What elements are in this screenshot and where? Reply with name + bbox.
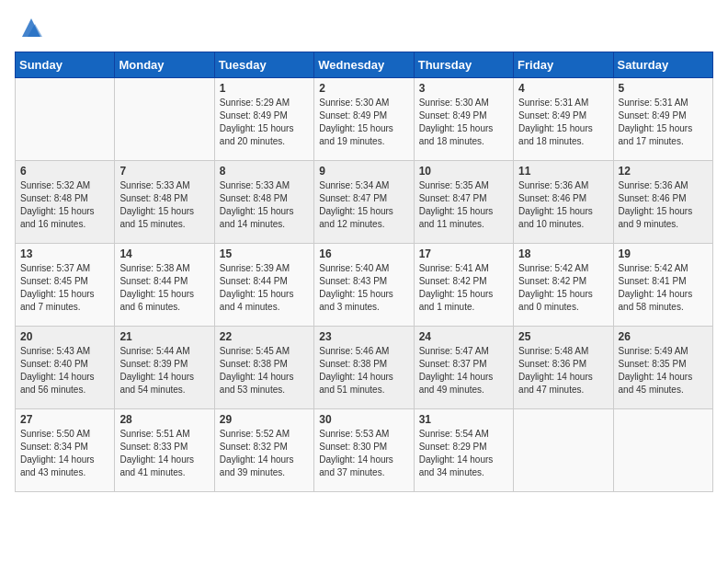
calendar-cell: 21Sunrise: 5:44 AM Sunset: 8:39 PM Dayli… — [115, 327, 214, 409]
calendar-cell — [514, 409, 613, 492]
cell-content: Sunrise: 5:36 AM Sunset: 8:46 PM Dayligh… — [518, 179, 608, 231]
cell-content: Sunrise: 5:42 AM Sunset: 8:42 PM Dayligh… — [518, 262, 608, 314]
calendar-week-row: 27Sunrise: 5:50 AM Sunset: 8:34 PM Dayli… — [16, 409, 713, 492]
logo — [15, 15, 44, 40]
cell-content: Sunrise: 5:33 AM Sunset: 8:48 PM Dayligh… — [220, 179, 309, 231]
cell-content: Sunrise: 5:36 AM Sunset: 8:46 PM Dayligh… — [619, 179, 708, 231]
calendar-cell: 31Sunrise: 5:54 AM Sunset: 8:29 PM Dayli… — [414, 409, 513, 492]
day-number: 16 — [319, 247, 408, 260]
calendar-cell: 11Sunrise: 5:36 AM Sunset: 8:46 PM Dayli… — [514, 161, 613, 244]
cell-content: Sunrise: 5:40 AM Sunset: 8:43 PM Dayligh… — [319, 262, 408, 314]
calendar-cell: 30Sunrise: 5:53 AM Sunset: 8:30 PM Dayli… — [314, 409, 414, 492]
cell-content: Sunrise: 5:38 AM Sunset: 8:44 PM Dayligh… — [119, 262, 209, 314]
calendar-cell: 20Sunrise: 5:43 AM Sunset: 8:40 PM Dayli… — [16, 327, 115, 409]
calendar-cell: 27Sunrise: 5:50 AM Sunset: 8:34 PM Dayli… — [16, 409, 115, 492]
cell-content: Sunrise: 5:46 AM Sunset: 8:38 PM Dayligh… — [319, 345, 408, 396]
day-number: 3 — [419, 82, 508, 95]
calendar-cell: 24Sunrise: 5:47 AM Sunset: 8:37 PM Dayli… — [414, 327, 513, 409]
cell-content: Sunrise: 5:32 AM Sunset: 8:48 PM Dayligh… — [20, 179, 109, 231]
calendar-cell: 23Sunrise: 5:46 AM Sunset: 8:38 PM Dayli… — [314, 327, 414, 409]
day-number: 8 — [220, 165, 309, 178]
cell-content: Sunrise: 5:44 AM Sunset: 8:39 PM Dayligh… — [119, 345, 209, 396]
calendar-cell — [613, 409, 712, 492]
day-number: 2 — [319, 82, 408, 95]
header-tuesday: Tuesday — [214, 52, 313, 78]
cell-content: Sunrise: 5:42 AM Sunset: 8:41 PM Dayligh… — [619, 262, 708, 314]
cell-content: Sunrise: 5:29 AM Sunset: 8:49 PM Dayligh… — [220, 97, 309, 148]
calendar-cell: 22Sunrise: 5:45 AM Sunset: 8:38 PM Dayli… — [214, 327, 313, 409]
cell-content: Sunrise: 5:53 AM Sunset: 8:30 PM Dayligh… — [319, 428, 408, 479]
day-number: 18 — [518, 247, 608, 260]
cell-content: Sunrise: 5:49 AM Sunset: 8:35 PM Dayligh… — [619, 345, 708, 396]
cell-content: Sunrise: 5:30 AM Sunset: 8:49 PM Dayligh… — [319, 97, 408, 148]
cell-content: Sunrise: 5:52 AM Sunset: 8:32 PM Dayligh… — [220, 428, 309, 479]
calendar-week-row: 13Sunrise: 5:37 AM Sunset: 8:45 PM Dayli… — [16, 244, 713, 327]
cell-content: Sunrise: 5:45 AM Sunset: 8:38 PM Dayligh… — [220, 345, 309, 396]
calendar-cell: 29Sunrise: 5:52 AM Sunset: 8:32 PM Dayli… — [214, 409, 313, 492]
cell-content: Sunrise: 5:41 AM Sunset: 8:42 PM Dayligh… — [419, 262, 508, 314]
calendar-cell: 1Sunrise: 5:29 AM Sunset: 8:49 PM Daylig… — [214, 78, 313, 161]
calendar-week-row: 6Sunrise: 5:32 AM Sunset: 8:48 PM Daylig… — [16, 161, 713, 244]
cell-content: Sunrise: 5:33 AM Sunset: 8:48 PM Dayligh… — [119, 179, 209, 231]
day-number: 1 — [220, 82, 309, 95]
day-number: 30 — [319, 413, 408, 426]
day-number: 13 — [20, 247, 109, 260]
calendar-cell: 8Sunrise: 5:33 AM Sunset: 8:48 PM Daylig… — [214, 161, 313, 244]
cell-content: Sunrise: 5:34 AM Sunset: 8:47 PM Dayligh… — [319, 179, 408, 231]
header-friday: Friday — [514, 52, 613, 78]
calendar-table: SundayMondayTuesdayWednesdayThursdayFrid… — [15, 52, 713, 492]
day-number: 28 — [119, 413, 209, 426]
day-number: 20 — [20, 330, 109, 343]
day-number: 23 — [319, 330, 408, 343]
calendar-cell: 15Sunrise: 5:39 AM Sunset: 8:44 PM Dayli… — [214, 244, 313, 327]
day-number: 24 — [419, 330, 508, 343]
calendar-cell: 9Sunrise: 5:34 AM Sunset: 8:47 PM Daylig… — [314, 161, 414, 244]
calendar-cell: 4Sunrise: 5:31 AM Sunset: 8:49 PM Daylig… — [514, 78, 613, 161]
cell-content: Sunrise: 5:54 AM Sunset: 8:29 PM Dayligh… — [419, 428, 508, 479]
day-number: 7 — [119, 165, 209, 178]
calendar-cell — [16, 78, 115, 161]
day-number: 29 — [220, 413, 309, 426]
cell-content: Sunrise: 5:31 AM Sunset: 8:49 PM Dayligh… — [619, 97, 708, 148]
day-number: 10 — [419, 165, 508, 178]
calendar-cell — [115, 78, 214, 161]
cell-content: Sunrise: 5:43 AM Sunset: 8:40 PM Dayligh… — [20, 345, 109, 396]
cell-content: Sunrise: 5:48 AM Sunset: 8:36 PM Dayligh… — [518, 345, 608, 396]
day-number: 17 — [419, 247, 508, 260]
logo-icon — [18, 15, 44, 40]
day-number: 27 — [20, 413, 109, 426]
header-thursday: Thursday — [414, 52, 513, 78]
day-number: 5 — [619, 82, 708, 95]
day-number: 14 — [119, 247, 209, 260]
day-number: 4 — [518, 82, 608, 95]
cell-content: Sunrise: 5:31 AM Sunset: 8:49 PM Dayligh… — [518, 97, 608, 148]
cell-content: Sunrise: 5:50 AM Sunset: 8:34 PM Dayligh… — [20, 428, 109, 479]
calendar-cell: 7Sunrise: 5:33 AM Sunset: 8:48 PM Daylig… — [115, 161, 214, 244]
calendar-cell: 6Sunrise: 5:32 AM Sunset: 8:48 PM Daylig… — [16, 161, 115, 244]
calendar-week-row: 1Sunrise: 5:29 AM Sunset: 8:49 PM Daylig… — [16, 78, 713, 161]
calendar-cell: 5Sunrise: 5:31 AM Sunset: 8:49 PM Daylig… — [613, 78, 712, 161]
cell-content: Sunrise: 5:47 AM Sunset: 8:37 PM Dayligh… — [419, 345, 508, 396]
calendar-cell: 10Sunrise: 5:35 AM Sunset: 8:47 PM Dayli… — [414, 161, 513, 244]
calendar-header-row: SundayMondayTuesdayWednesdayThursdayFrid… — [16, 52, 713, 78]
day-number: 15 — [220, 247, 309, 260]
day-number: 25 — [518, 330, 608, 343]
header-sunday: Sunday — [16, 52, 115, 78]
cell-content: Sunrise: 5:39 AM Sunset: 8:44 PM Dayligh… — [220, 262, 309, 314]
calendar-cell: 26Sunrise: 5:49 AM Sunset: 8:35 PM Dayli… — [613, 327, 712, 409]
calendar-cell: 3Sunrise: 5:30 AM Sunset: 8:49 PM Daylig… — [414, 78, 513, 161]
header-wednesday: Wednesday — [314, 52, 414, 78]
day-number: 12 — [619, 165, 708, 178]
calendar-cell: 17Sunrise: 5:41 AM Sunset: 8:42 PM Dayli… — [414, 244, 513, 327]
day-number: 11 — [518, 165, 608, 178]
calendar-week-row: 20Sunrise: 5:43 AM Sunset: 8:40 PM Dayli… — [16, 327, 713, 409]
calendar-cell: 25Sunrise: 5:48 AM Sunset: 8:36 PM Dayli… — [514, 327, 613, 409]
cell-content: Sunrise: 5:37 AM Sunset: 8:45 PM Dayligh… — [20, 262, 109, 314]
calendar-cell: 12Sunrise: 5:36 AM Sunset: 8:46 PM Dayli… — [613, 161, 712, 244]
day-number: 31 — [419, 413, 508, 426]
day-number: 26 — [619, 330, 708, 343]
day-number: 19 — [619, 247, 708, 260]
day-number: 6 — [20, 165, 109, 178]
calendar-cell: 2Sunrise: 5:30 AM Sunset: 8:49 PM Daylig… — [314, 78, 414, 161]
day-number: 22 — [220, 330, 309, 343]
